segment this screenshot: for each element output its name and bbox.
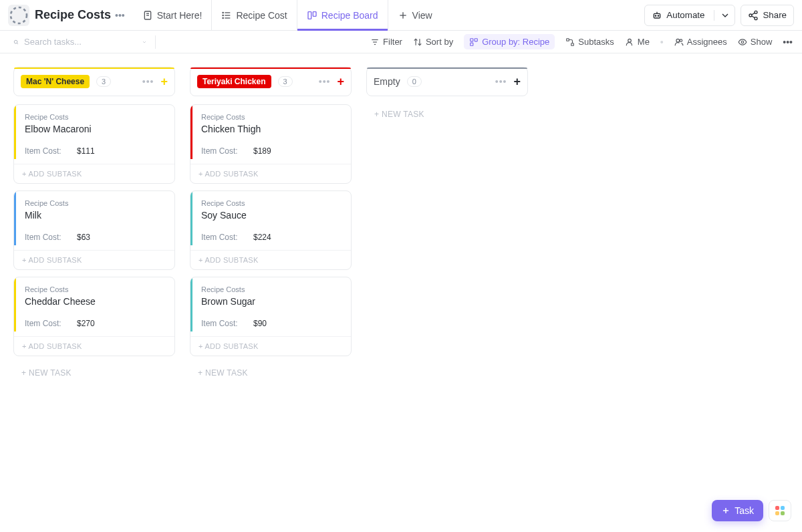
show-button[interactable]: Show (738, 37, 773, 47)
column-count: 3 (96, 76, 111, 87)
toolbar-more-icon[interactable]: ••• (783, 37, 793, 47)
svg-point-20 (755, 17, 757, 19)
tab-start-here[interactable]: Start Here! (133, 0, 212, 30)
column-add-button[interactable]: + (513, 75, 521, 89)
plus-icon (398, 10, 408, 21)
assignees-button[interactable]: Assignees (674, 37, 727, 47)
toolbar: Filter Sort by Group by: Recipe Subtasks… (0, 31, 802, 53)
board-column: Mac 'N' Cheese3•••+Recipe CostsElbow Mac… (13, 67, 175, 383)
svg-point-38 (741, 41, 744, 43)
card-field-value: $224 (253, 233, 271, 242)
task-card[interactable]: Recipe CostsElbow MacaroniItem Cost:$111… (13, 104, 175, 184)
filter-label: Filter (383, 37, 402, 47)
me-button[interactable]: Me (625, 37, 650, 47)
column-header[interactable]: Teriyaki Chicken3•••+ (190, 67, 352, 96)
page-title: Recipe Costs (35, 8, 111, 22)
add-subtask-button[interactable]: + ADD SUBTASK (14, 336, 174, 356)
subtasks-icon (565, 37, 575, 47)
task-card[interactable]: Recipe CostsBrown SugarItem Cost:$90+ AD… (190, 277, 352, 356)
title-more-icon[interactable]: ••• (115, 10, 125, 21)
card-title: Elbow Macaroni (25, 124, 166, 134)
tab-label: Start Here! (157, 10, 203, 21)
card-field-label: Item Cost: (201, 319, 253, 328)
svg-point-0 (11, 7, 27, 23)
card-field-label: Item Cost: (25, 319, 77, 328)
add-subtask-button[interactable]: + ADD SUBTASK (14, 164, 174, 183)
tab-label: View (412, 10, 432, 21)
tab-recipe-cost[interactable]: Recipe Cost (211, 0, 296, 30)
automate-label: Automate (666, 10, 704, 20)
sort-label: Sort by (426, 37, 453, 47)
user-icon (625, 37, 634, 47)
card-list-name: Recipe Costs (201, 285, 343, 293)
column-more-icon[interactable]: ••• (142, 76, 154, 87)
svg-line-21 (752, 13, 755, 15)
card-field-value: $63 (77, 233, 90, 242)
card-list-name: Recipe Costs (201, 199, 343, 207)
column-more-icon[interactable]: ••• (495, 76, 507, 87)
robot-icon (652, 10, 662, 21)
share-icon (748, 10, 759, 21)
new-task-button[interactable]: + NEW TASK (366, 104, 528, 124)
card-field-value: $90 (253, 319, 267, 328)
add-subtask-button[interactable]: + ADD SUBTASK (190, 250, 351, 269)
column-count: 3 (278, 76, 293, 87)
column-name-pill: Teriyaki Chicken (197, 75, 271, 88)
add-subtask-button[interactable]: + ADD SUBTASK (14, 250, 174, 269)
chevron-down-icon[interactable] (142, 37, 147, 47)
new-task-button[interactable]: + NEW TASK (13, 363, 175, 383)
card-field-value: $111 (77, 146, 95, 156)
column-add-button[interactable]: + (160, 75, 168, 89)
view-tabs: Start Here! Recipe Cost Recipe Board Vie… (133, 0, 442, 30)
search-input[interactable] (24, 37, 136, 47)
add-subtask-button[interactable]: + ADD SUBTASK (190, 164, 351, 183)
column-add-button[interactable]: + (337, 75, 344, 89)
add-view-button[interactable]: View (388, 0, 442, 30)
svg-rect-11 (313, 11, 316, 16)
divider (155, 35, 156, 49)
card-title: Soy Sauce (201, 210, 343, 221)
add-subtask-button[interactable]: + ADD SUBTASK (190, 336, 351, 356)
group-by-button[interactable]: Group by: Recipe (464, 34, 555, 49)
svg-point-15 (656, 15, 656, 16)
card-title: Milk (25, 210, 166, 221)
space-icon[interactable] (8, 5, 29, 26)
svg-point-18 (755, 11, 757, 13)
search-icon (13, 37, 19, 47)
column-count: 0 (407, 76, 422, 87)
subtasks-label: Subtasks (578, 37, 614, 47)
subtasks-button[interactable]: Subtasks (565, 37, 614, 47)
svg-rect-32 (471, 43, 473, 45)
tab-recipe-board[interactable]: Recipe Board (297, 0, 388, 30)
task-card[interactable]: Recipe CostsMilkItem Cost:$63+ ADD SUBTA… (13, 190, 175, 270)
column-header[interactable]: Mac 'N' Cheese3•••+ (13, 67, 175, 96)
filter-button[interactable]: Filter (370, 37, 402, 47)
automate-button[interactable]: Automate (644, 5, 735, 26)
card-list-name: Recipe Costs (25, 113, 166, 121)
group-label: Group by: Recipe (482, 37, 549, 47)
search-wrap (13, 37, 147, 47)
card-field-label: Item Cost: (25, 233, 77, 242)
svg-line-22 (752, 16, 755, 18)
column-more-icon[interactable]: ••• (319, 76, 331, 87)
doc-icon (142, 10, 153, 21)
task-card[interactable]: Recipe CostsCheddar CheeseItem Cost:$270… (13, 277, 175, 356)
card-title: Brown Sugar (201, 296, 343, 307)
automate-caret[interactable] (714, 10, 730, 21)
svg-point-7 (223, 12, 223, 13)
task-card[interactable]: Recipe CostsSoy SauceItem Cost:$224+ ADD… (190, 190, 352, 270)
share-label: Share (763, 10, 787, 20)
svg-rect-33 (567, 38, 569, 41)
new-task-button[interactable]: + NEW TASK (190, 363, 352, 383)
task-card[interactable]: Recipe CostsChicken ThighItem Cost:$189+… (190, 104, 352, 184)
show-label: Show (751, 37, 773, 47)
card-field-value: $189 (253, 146, 271, 156)
tab-label: Recipe Board (321, 10, 378, 21)
share-button[interactable]: Share (741, 5, 794, 26)
column-name-pill: Mac 'N' Cheese (21, 75, 90, 88)
card-title: Cheddar Cheese (25, 296, 166, 307)
sort-button[interactable]: Sort by (413, 37, 453, 47)
toolbar-right: Filter Sort by Group by: Recipe Subtasks… (370, 34, 793, 49)
column-header[interactable]: Empty0•••+ (366, 67, 528, 96)
board: Mac 'N' Cheese3•••+Recipe CostsElbow Mac… (0, 53, 802, 396)
